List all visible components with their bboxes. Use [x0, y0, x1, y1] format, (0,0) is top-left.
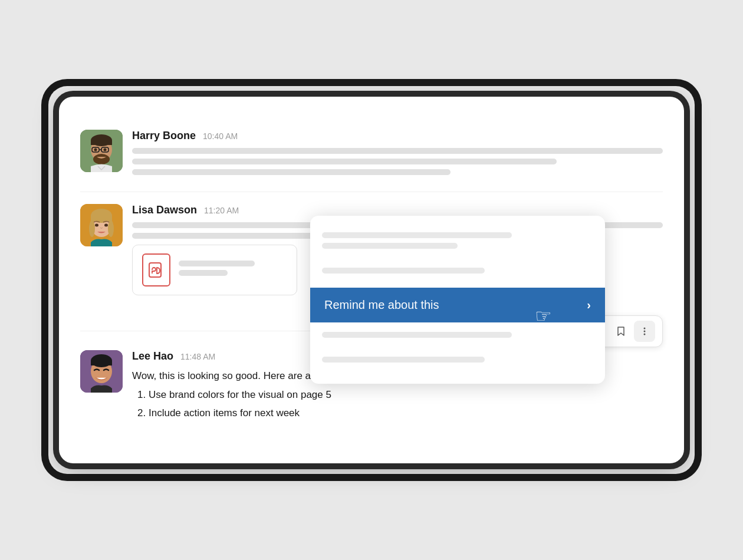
att-skeleton: [179, 261, 255, 266]
chat-container: Harry Boone 10:40 AM: [80, 118, 663, 435]
remind-me-label: Remind me about this: [324, 298, 439, 312]
menu-skel: [322, 332, 512, 338]
menu-skeleton-mid: [310, 261, 605, 285]
attachment-lines: [179, 261, 287, 279]
menu-skel: [322, 357, 485, 363]
message-header-harry: Harry Boone 10:40 AM: [132, 130, 663, 142]
message-row-harry: Harry Boone 10:40 AM: [80, 118, 663, 192]
svg-point-8: [104, 148, 107, 151]
message-content-harry: Harry Boone 10:40 AM: [132, 130, 663, 180]
message-header-lisa: Lisa Dawson 11:20 AM: [132, 204, 663, 216]
svg-point-17: [104, 223, 108, 226]
skeleton-line: [132, 148, 663, 154]
list-item: Include action items for next week: [149, 406, 663, 421]
avatar-lee: [80, 350, 123, 393]
main-window: Harry Boone 10:40 AM: [59, 97, 684, 463]
svg-point-15: [108, 220, 114, 237]
skeleton-line: [132, 159, 557, 164]
sender-name-lisa: Lisa Dawson: [132, 204, 197, 216]
pdf-icon: [142, 253, 170, 286]
skeleton-line: [132, 169, 451, 175]
avatar-lisa: [80, 204, 123, 246]
message-time-harry: 10:40 AM: [203, 131, 238, 141]
suggestions-list: Use brand colors for the visual on page …: [132, 387, 663, 421]
svg-rect-3: [91, 140, 112, 145]
menu-skel: [322, 243, 458, 249]
svg-point-7: [94, 148, 97, 151]
svg-rect-13: [91, 216, 112, 222]
sender-name-harry: Harry Boone: [132, 130, 196, 142]
message-time-lisa: 11:20 AM: [204, 206, 239, 215]
svg-point-16: [95, 223, 98, 226]
attachment-card: [132, 245, 297, 295]
chevron-right-icon: ›: [587, 298, 591, 312]
avatar-harry: [80, 130, 123, 172]
svg-point-14: [89, 220, 95, 237]
svg-point-9: [93, 154, 110, 164]
list-item: Use brand colors for the visual on page …: [149, 387, 663, 403]
svg-rect-29: [91, 361, 112, 365]
cursor-hand: ☞: [535, 305, 552, 327]
svg-point-23: [644, 327, 646, 329]
sender-name-lee: Lee Hao: [132, 350, 173, 363]
menu-skel: [322, 268, 485, 274]
context-menu: Remind me about this › ☞: [310, 216, 605, 384]
remind-me-button[interactable]: Remind me about this › ☞: [310, 288, 605, 322]
menu-skeleton-bot1: [310, 325, 605, 350]
menu-skeleton-top: [310, 225, 605, 261]
menu-skel: [322, 232, 512, 238]
menu-skeleton-bot2: [310, 350, 605, 374]
message-time-lee: 11:48 AM: [180, 352, 215, 361]
message-row-lisa: Lisa Dawson 11:20 AM: [80, 192, 663, 331]
att-skeleton: [179, 270, 228, 276]
